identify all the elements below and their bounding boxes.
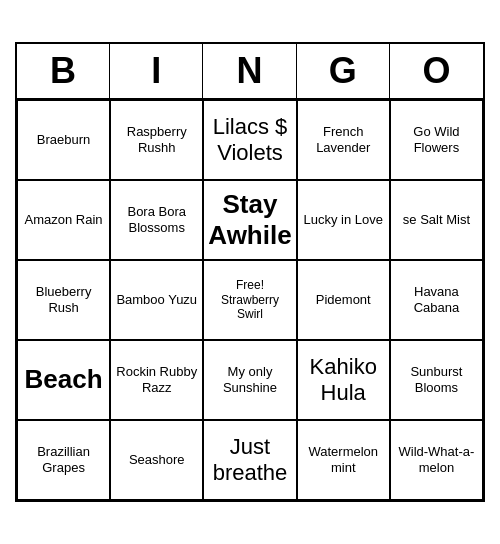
bingo-cell-14: Havana Cabana	[390, 260, 483, 340]
bingo-cell-24: Wild-What-a-melon	[390, 420, 483, 500]
bingo-letter-i: I	[110, 44, 203, 98]
bingo-cell-5: Amazon Rain	[17, 180, 110, 260]
bingo-cell-2: Lilacs $ Violets	[203, 100, 296, 180]
bingo-card: BINGO BraeburnRaspberry RushhLilacs $ Vi…	[15, 42, 485, 502]
bingo-cell-16: Rockin Rubby Razz	[110, 340, 203, 420]
bingo-cell-18: Kahiko Hula	[297, 340, 390, 420]
bingo-cell-15: Beach	[17, 340, 110, 420]
bingo-cell-11: Bamboo Yuzu	[110, 260, 203, 340]
bingo-cell-1: Raspberry Rushh	[110, 100, 203, 180]
bingo-cell-17: My only Sunshine	[203, 340, 296, 420]
bingo-cell-4: Go Wild Flowers	[390, 100, 483, 180]
bingo-cell-13: Pidemont	[297, 260, 390, 340]
bingo-cell-23: Watermelon mint	[297, 420, 390, 500]
bingo-letter-b: B	[17, 44, 110, 98]
bingo-cell-0: Braeburn	[17, 100, 110, 180]
bingo-cell-9: se Salt Mist	[390, 180, 483, 260]
bingo-cell-7: Stay Awhile	[203, 180, 296, 260]
bingo-cell-6: Bora Bora Blossoms	[110, 180, 203, 260]
bingo-letter-g: G	[297, 44, 390, 98]
bingo-cell-22: Just breathe	[203, 420, 296, 500]
bingo-cell-20: Brazillian Grapes	[17, 420, 110, 500]
bingo-cell-21: Seashore	[110, 420, 203, 500]
bingo-cell-19: Sunburst Blooms	[390, 340, 483, 420]
bingo-cell-3: French Lavender	[297, 100, 390, 180]
bingo-header: BINGO	[17, 44, 483, 100]
bingo-grid: BraeburnRaspberry RushhLilacs $ VioletsF…	[17, 100, 483, 500]
bingo-letter-o: O	[390, 44, 483, 98]
bingo-letter-n: N	[203, 44, 296, 98]
bingo-cell-12: Free! Strawberry Swirl	[203, 260, 296, 340]
bingo-cell-10: Blueberry Rush	[17, 260, 110, 340]
bingo-cell-8: Lucky in Love	[297, 180, 390, 260]
